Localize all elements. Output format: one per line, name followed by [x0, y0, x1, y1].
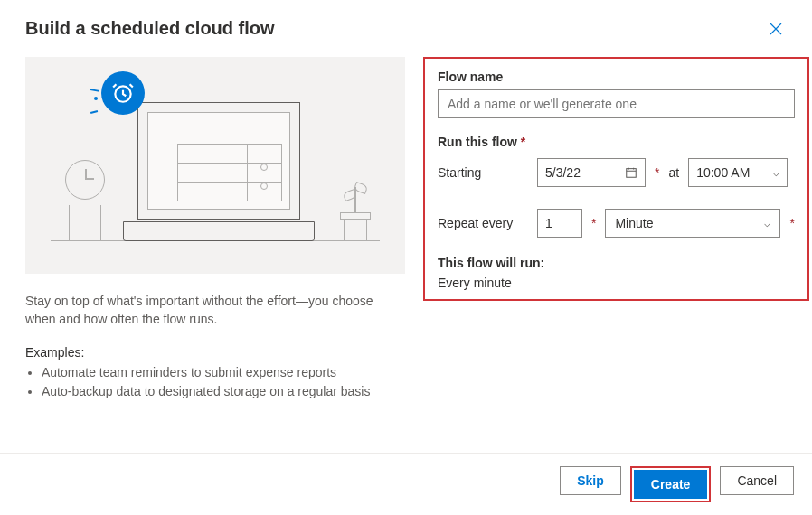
run-this-flow-label: Run this flow *	[438, 135, 795, 149]
flow-illustration	[25, 57, 405, 274]
starting-label: Starting	[438, 165, 528, 180]
calendar-icon	[625, 166, 637, 179]
create-button[interactable]: Create	[634, 470, 708, 499]
dialog-title: Build a scheduled cloud flow	[25, 18, 275, 39]
repeat-label: Repeat every	[438, 216, 528, 230]
required-asterisk: *	[591, 216, 596, 230]
repeat-count-input[interactable]: 1	[537, 209, 582, 238]
chevron-down-icon: ⌵	[764, 218, 770, 229]
dialog-footer: Skip Create Cancel	[0, 453, 812, 515]
starting-time-value: 10:00 AM	[696, 165, 750, 180]
starting-date-value: 5/3/22	[545, 165, 581, 180]
skip-button[interactable]: Skip	[560, 466, 621, 495]
plant-drawing	[338, 178, 373, 241]
repeat-unit-select[interactable]: Minute ⌵	[605, 209, 780, 238]
clock-drawing	[65, 160, 107, 241]
description-text: Stay on top of what's important without …	[25, 292, 405, 329]
flow-name-input[interactable]	[438, 89, 795, 118]
repeat-count-value: 1	[545, 216, 552, 230]
required-asterisk: *	[655, 165, 659, 180]
schedule-badge	[101, 71, 145, 115]
alarm-clock-icon	[111, 81, 135, 105]
dialog-header: Build a scheduled cloud flow	[0, 0, 812, 57]
cancel-button[interactable]: Cancel	[720, 466, 794, 495]
summary-value: Every minute	[438, 276, 795, 290]
close-button[interactable]	[765, 18, 787, 42]
close-icon	[769, 22, 783, 36]
repeat-unit-value: Minute	[615, 216, 653, 230]
at-label: at	[668, 165, 679, 180]
examples-list: Automate team reminders to submit expens…	[25, 363, 405, 401]
starting-date-picker[interactable]: 5/3/22	[537, 158, 646, 187]
form-panel: Flow name Run this flow * Starting 5/3/2…	[423, 57, 809, 301]
chevron-down-icon: ⌵	[773, 167, 779, 179]
svg-rect-1	[627, 169, 637, 178]
summary-label: This flow will run:	[438, 256, 795, 270]
starting-time-picker[interactable]: 10:00 AM ⌵	[688, 158, 788, 187]
laptop-drawing	[123, 82, 315, 241]
example-item: Automate team reminders to submit expens…	[42, 363, 405, 382]
required-asterisk: *	[789, 216, 794, 230]
examples-heading: Examples:	[25, 345, 405, 360]
create-button-highlight: Create	[630, 466, 712, 502]
example-item: Auto-backup data to designated storage o…	[42, 382, 405, 401]
flow-name-label: Flow name	[438, 70, 795, 84]
